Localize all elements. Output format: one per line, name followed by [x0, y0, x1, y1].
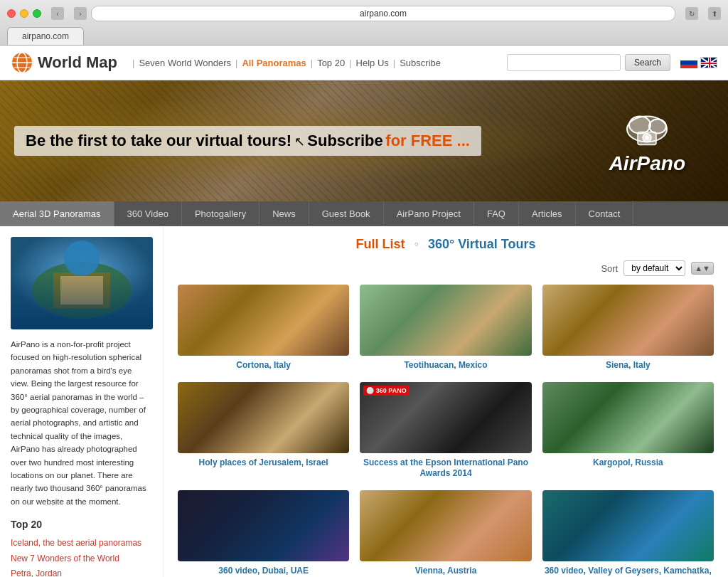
thumb-epson: ⚪ 360 PANO — [360, 382, 531, 453]
nav-all-panoramas[interactable]: All Panoramas — [242, 58, 306, 68]
svg-point-17 — [645, 135, 649, 139]
thumb-cortona — [178, 285, 349, 356]
thumb-jerusalem — [178, 382, 349, 453]
virtual-tours-label: 360° Virtual Tours — [428, 237, 536, 251]
logo-area[interactable]: World Map — [11, 51, 117, 74]
close-btn[interactable] — [7, 9, 16, 18]
search-area: Search — [507, 54, 717, 71]
top20-link-3[interactable]: Petra, Jordan — [11, 566, 152, 577]
subnav-contact[interactable]: Contact — [576, 201, 634, 226]
label-siena: Siena, Italy — [542, 360, 714, 371]
subnav-project[interactable]: AirPano Project — [384, 201, 474, 226]
thumb-dubai — [178, 490, 349, 561]
gallery-item-geysers[interactable]: 360 video, Valley of Geysers, Kamchatka,… — [542, 490, 714, 577]
svg-point-22 — [64, 240, 100, 276]
thumb-vienna — [360, 490, 531, 561]
website: World Map | Seven World Wonders | All Pa… — [0, 46, 728, 577]
label-epson: Success at the Epson International Pano … — [360, 457, 531, 480]
browser-chrome: ‹ › airpano.com ↻ ⬆ airpano.com — [0, 0, 728, 46]
thumb-kargopol — [542, 382, 714, 453]
minimize-btn[interactable] — [20, 9, 28, 18]
banner-free-text: for FREE ... — [385, 132, 470, 149]
gallery-item-dubai[interactable]: 360 video, Dubai, UAE — [178, 490, 349, 577]
sort-arrows-btn[interactable]: ▲▼ — [691, 262, 714, 275]
subnav-faq[interactable]: FAQ — [474, 201, 519, 226]
label-teotihuacan: Teotihuacan, Mexico — [360, 360, 531, 371]
sort-label: Sort — [601, 263, 618, 274]
gallery-item-kargopol[interactable]: Kargopol, Russia — [542, 382, 714, 480]
sort-bar: Sort by default ▲▼ — [178, 260, 714, 276]
gallery-item-jerusalem[interactable]: Holy places of Jerusalem, Israel — [178, 382, 349, 480]
airpano-logo-icon — [622, 107, 672, 150]
site-header: World Map | Seven World Wonders | All Pa… — [0, 46, 728, 80]
title-separator: ◦ — [414, 237, 419, 251]
thumb-geysers — [542, 490, 714, 561]
banner-text: Be the first to take our virtual tours! … — [14, 126, 481, 156]
browser-tab[interactable]: airpano.com — [7, 27, 84, 45]
nav-top20[interactable]: Top 20 — [317, 58, 345, 68]
flag-english[interactable] — [700, 57, 717, 68]
forward-btn[interactable]: › — [74, 7, 87, 20]
gallery-item-vienna[interactable]: Vienna, Austria — [360, 490, 531, 577]
subnav-aerial[interactable]: Aerial 3D Panoramas — [0, 201, 114, 226]
share-btn[interactable]: ⬆ — [708, 7, 721, 20]
gallery-title: Full List ◦ 360° Virtual Tours — [178, 237, 714, 252]
search-input[interactable] — [507, 54, 621, 71]
epson-badge: ⚪ 360 PANO — [363, 386, 409, 396]
label-jerusalem: Holy places of Jerusalem, Israel — [178, 457, 349, 469]
label-cortona: Cortona, Italy — [178, 360, 349, 371]
nav-help[interactable]: Help Us — [356, 58, 389, 68]
search-button[interactable]: Search — [625, 54, 670, 71]
full-list-label: Full List — [355, 237, 405, 251]
thumb-teotihuacan — [360, 285, 531, 356]
maximize-btn[interactable] — [33, 9, 41, 18]
nav-subscribe[interactable]: Subscribe — [400, 58, 441, 68]
svg-rect-11 — [701, 63, 717, 64]
label-vienna: Vienna, Austria — [360, 566, 531, 577]
svg-point-14 — [649, 119, 666, 133]
subnav-guestbook[interactable]: Guest Book — [309, 201, 384, 226]
subnav-news[interactable]: News — [259, 201, 309, 226]
top20-link-1[interactable]: Iceland, the best aerial panoramas — [11, 536, 152, 551]
top20-title: Top 20 — [11, 519, 152, 530]
nav-seven-wonders[interactable]: Seven World Wonders — [139, 58, 231, 68]
gallery-item-epson[interactable]: ⚪ 360 PANO Success at the Epson Internat… — [360, 382, 531, 480]
logo-icon — [11, 51, 33, 74]
airpano-brand: AirPano — [609, 152, 685, 175]
gallery-item-siena[interactable]: Siena, Italy — [542, 285, 714, 371]
thumb-siena — [542, 285, 714, 356]
label-geysers: 360 video, Valley of Geysers, Kamchatka,… — [542, 566, 714, 577]
flag-russian[interactable] — [680, 57, 697, 68]
back-btn[interactable]: ‹ — [51, 7, 64, 20]
label-dubai: 360 video, Dubai, UAE — [178, 566, 349, 577]
gallery-grid: Cortona, Italy Teotihuacan, Mexico Siena… — [178, 285, 714, 577]
label-kargopol: Kargopol, Russia — [542, 457, 714, 469]
main-content: AirPano is a non-for-profit project focu… — [0, 226, 728, 577]
top20-link-2[interactable]: New 7 Wonders of the World — [11, 551, 152, 567]
sidebar-image — [11, 237, 153, 329]
gallery-item-teotihuacan[interactable]: Teotihuacan, Mexico — [360, 285, 531, 371]
banner-subscribe: Subscribe — [307, 132, 382, 149]
address-bar[interactable]: airpano.com — [91, 6, 675, 21]
lang-flags — [680, 57, 717, 68]
refresh-btn[interactable]: ↻ — [685, 7, 698, 20]
banner: Be the first to take our virtual tours! … — [0, 80, 728, 201]
gallery-item-cortona[interactable]: Cortona, Italy — [178, 285, 349, 371]
subnav-articles[interactable]: Articles — [519, 201, 576, 226]
subnav-360video[interactable]: 360 Video — [114, 201, 182, 226]
sub-navigation: Aerial 3D Panoramas 360 Video Photogalle… — [0, 201, 728, 226]
banner-logo: AirPano — [609, 107, 685, 175]
sort-select[interactable]: by default — [623, 260, 685, 276]
cursor-icon: ↖ — [294, 134, 305, 149]
svg-point-13 — [629, 116, 651, 133]
gallery-area: Full List ◦ 360° Virtual Tours Sort by d… — [164, 226, 728, 577]
logo-text: World Map — [38, 53, 117, 72]
sidebar: AirPano is a non-for-profit project focu… — [0, 226, 164, 577]
sidebar-description: AirPano is a non-for-profit project focu… — [11, 338, 152, 508]
subnav-photogallery[interactable]: Photogallery — [182, 201, 259, 226]
banner-main-text: Be the first to take our virtual tours! — [26, 132, 291, 149]
